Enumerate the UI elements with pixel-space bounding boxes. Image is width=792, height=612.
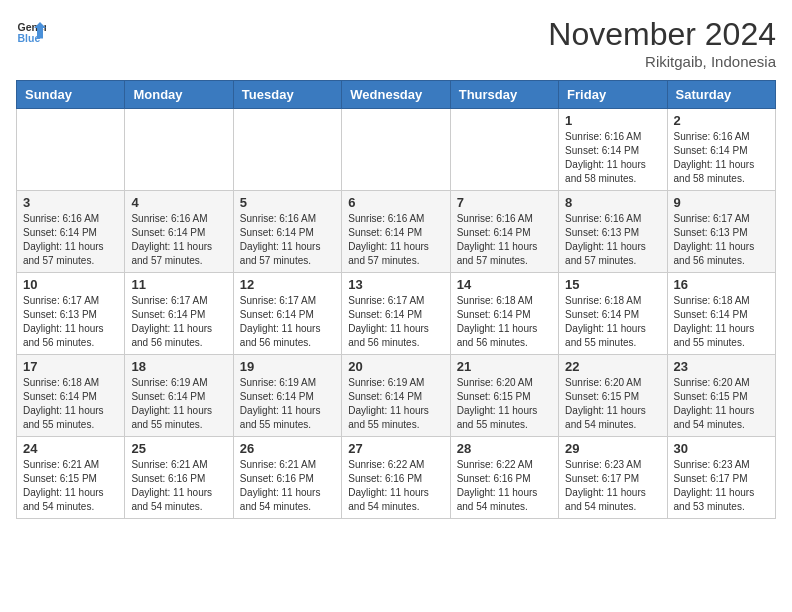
day-number: 20 [348,359,443,374]
day-number: 6 [348,195,443,210]
calendar-cell: 12Sunrise: 6:17 AM Sunset: 6:14 PM Dayli… [233,273,341,355]
day-number: 17 [23,359,118,374]
calendar-cell: 4Sunrise: 6:16 AM Sunset: 6:14 PM Daylig… [125,191,233,273]
day-number: 7 [457,195,552,210]
calendar-cell: 21Sunrise: 6:20 AM Sunset: 6:15 PM Dayli… [450,355,558,437]
day-info: Sunrise: 6:18 AM Sunset: 6:14 PM Dayligh… [457,294,552,350]
day-number: 28 [457,441,552,456]
svg-text:Blue: Blue [18,32,41,44]
day-info: Sunrise: 6:17 AM Sunset: 6:13 PM Dayligh… [23,294,118,350]
calendar-cell [17,109,125,191]
calendar-cell: 20Sunrise: 6:19 AM Sunset: 6:14 PM Dayli… [342,355,450,437]
day-number: 16 [674,277,769,292]
week-row-5: 24Sunrise: 6:21 AM Sunset: 6:15 PM Dayli… [17,437,776,519]
day-number: 1 [565,113,660,128]
calendar-cell: 11Sunrise: 6:17 AM Sunset: 6:14 PM Dayli… [125,273,233,355]
calendar-cell: 28Sunrise: 6:22 AM Sunset: 6:16 PM Dayli… [450,437,558,519]
day-number: 4 [131,195,226,210]
logo: General Blue [16,16,46,46]
day-number: 13 [348,277,443,292]
header-monday: Monday [125,81,233,109]
calendar-cell: 2Sunrise: 6:16 AM Sunset: 6:14 PM Daylig… [667,109,775,191]
day-number: 18 [131,359,226,374]
header-tuesday: Tuesday [233,81,341,109]
header-friday: Friday [559,81,667,109]
day-info: Sunrise: 6:20 AM Sunset: 6:15 PM Dayligh… [457,376,552,432]
day-info: Sunrise: 6:19 AM Sunset: 6:14 PM Dayligh… [131,376,226,432]
day-info: Sunrise: 6:18 AM Sunset: 6:14 PM Dayligh… [23,376,118,432]
location-subtitle: Rikitgaib, Indonesia [548,53,776,70]
day-number: 14 [457,277,552,292]
day-info: Sunrise: 6:16 AM Sunset: 6:14 PM Dayligh… [240,212,335,268]
calendar-body: 1Sunrise: 6:16 AM Sunset: 6:14 PM Daylig… [17,109,776,519]
calendar-cell: 25Sunrise: 6:21 AM Sunset: 6:16 PM Dayli… [125,437,233,519]
week-row-2: 3Sunrise: 6:16 AM Sunset: 6:14 PM Daylig… [17,191,776,273]
calendar-cell: 13Sunrise: 6:17 AM Sunset: 6:14 PM Dayli… [342,273,450,355]
calendar-cell: 10Sunrise: 6:17 AM Sunset: 6:13 PM Dayli… [17,273,125,355]
day-info: Sunrise: 6:17 AM Sunset: 6:14 PM Dayligh… [240,294,335,350]
week-row-4: 17Sunrise: 6:18 AM Sunset: 6:14 PM Dayli… [17,355,776,437]
calendar-cell: 14Sunrise: 6:18 AM Sunset: 6:14 PM Dayli… [450,273,558,355]
calendar-cell [342,109,450,191]
day-info: Sunrise: 6:19 AM Sunset: 6:14 PM Dayligh… [240,376,335,432]
day-info: Sunrise: 6:20 AM Sunset: 6:15 PM Dayligh… [565,376,660,432]
calendar-cell: 1Sunrise: 6:16 AM Sunset: 6:14 PM Daylig… [559,109,667,191]
calendar-cell: 22Sunrise: 6:20 AM Sunset: 6:15 PM Dayli… [559,355,667,437]
day-number: 9 [674,195,769,210]
day-number: 24 [23,441,118,456]
calendar-cell: 19Sunrise: 6:19 AM Sunset: 6:14 PM Dayli… [233,355,341,437]
calendar-cell: 9Sunrise: 6:17 AM Sunset: 6:13 PM Daylig… [667,191,775,273]
day-info: Sunrise: 6:17 AM Sunset: 6:14 PM Dayligh… [131,294,226,350]
day-number: 2 [674,113,769,128]
calendar-cell [125,109,233,191]
day-info: Sunrise: 6:17 AM Sunset: 6:13 PM Dayligh… [674,212,769,268]
day-number: 15 [565,277,660,292]
header-thursday: Thursday [450,81,558,109]
calendar-cell: 17Sunrise: 6:18 AM Sunset: 6:14 PM Dayli… [17,355,125,437]
calendar-cell [450,109,558,191]
day-info: Sunrise: 6:18 AM Sunset: 6:14 PM Dayligh… [565,294,660,350]
calendar-cell: 16Sunrise: 6:18 AM Sunset: 6:14 PM Dayli… [667,273,775,355]
calendar-cell: 24Sunrise: 6:21 AM Sunset: 6:15 PM Dayli… [17,437,125,519]
day-number: 11 [131,277,226,292]
day-number: 26 [240,441,335,456]
day-number: 19 [240,359,335,374]
calendar-cell [233,109,341,191]
day-info: Sunrise: 6:23 AM Sunset: 6:17 PM Dayligh… [674,458,769,514]
day-info: Sunrise: 6:16 AM Sunset: 6:14 PM Dayligh… [565,130,660,186]
calendar-cell: 30Sunrise: 6:23 AM Sunset: 6:17 PM Dayli… [667,437,775,519]
page-header: General Blue November 2024 Rikitgaib, In… [16,16,776,70]
day-number: 10 [23,277,118,292]
day-info: Sunrise: 6:16 AM Sunset: 6:13 PM Dayligh… [565,212,660,268]
logo-icon: General Blue [16,16,46,46]
day-info: Sunrise: 6:18 AM Sunset: 6:14 PM Dayligh… [674,294,769,350]
calendar-table: SundayMondayTuesdayWednesdayThursdayFrid… [16,80,776,519]
day-info: Sunrise: 6:23 AM Sunset: 6:17 PM Dayligh… [565,458,660,514]
day-number: 30 [674,441,769,456]
day-number: 27 [348,441,443,456]
day-info: Sunrise: 6:20 AM Sunset: 6:15 PM Dayligh… [674,376,769,432]
day-number: 23 [674,359,769,374]
calendar-cell: 8Sunrise: 6:16 AM Sunset: 6:13 PM Daylig… [559,191,667,273]
day-number: 22 [565,359,660,374]
calendar-cell: 5Sunrise: 6:16 AM Sunset: 6:14 PM Daylig… [233,191,341,273]
day-info: Sunrise: 6:21 AM Sunset: 6:15 PM Dayligh… [23,458,118,514]
day-number: 25 [131,441,226,456]
week-row-1: 1Sunrise: 6:16 AM Sunset: 6:14 PM Daylig… [17,109,776,191]
calendar-header-row: SundayMondayTuesdayWednesdayThursdayFrid… [17,81,776,109]
calendar-cell: 18Sunrise: 6:19 AM Sunset: 6:14 PM Dayli… [125,355,233,437]
calendar-cell: 3Sunrise: 6:16 AM Sunset: 6:14 PM Daylig… [17,191,125,273]
day-number: 3 [23,195,118,210]
header-sunday: Sunday [17,81,125,109]
calendar-cell: 26Sunrise: 6:21 AM Sunset: 6:16 PM Dayli… [233,437,341,519]
header-wednesday: Wednesday [342,81,450,109]
calendar-cell: 27Sunrise: 6:22 AM Sunset: 6:16 PM Dayli… [342,437,450,519]
day-number: 5 [240,195,335,210]
day-info: Sunrise: 6:16 AM Sunset: 6:14 PM Dayligh… [457,212,552,268]
title-block: November 2024 Rikitgaib, Indonesia [548,16,776,70]
calendar-cell: 15Sunrise: 6:18 AM Sunset: 6:14 PM Dayli… [559,273,667,355]
day-info: Sunrise: 6:19 AM Sunset: 6:14 PM Dayligh… [348,376,443,432]
day-number: 29 [565,441,660,456]
calendar-cell: 7Sunrise: 6:16 AM Sunset: 6:14 PM Daylig… [450,191,558,273]
day-info: Sunrise: 6:16 AM Sunset: 6:14 PM Dayligh… [348,212,443,268]
